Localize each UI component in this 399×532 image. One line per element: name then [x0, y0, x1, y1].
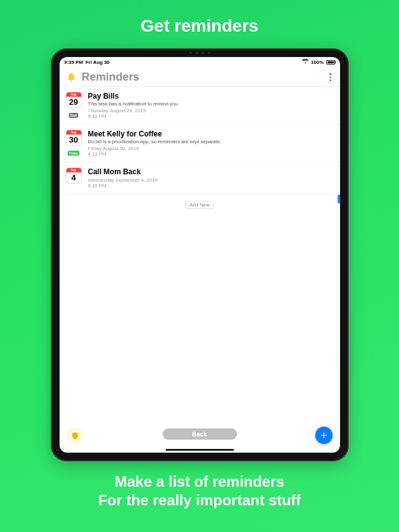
reminder-time: 4:13 PM: [88, 151, 334, 157]
calendar-month: Aug: [66, 130, 81, 135]
reminder-note: This task has a notification to remind y…: [88, 101, 334, 107]
reminder-list: Aug 29 Past Pay Bills This task has a no…: [60, 86, 340, 213]
more-menu-icon[interactable]: [327, 71, 334, 84]
calendar-month: Aug: [66, 92, 81, 97]
promo-line-1: Make a list of reminders: [98, 472, 301, 491]
reminder-title: Pay Bills: [88, 92, 334, 100]
reminder-time: 8:13 PM: [88, 183, 334, 188]
add-new-button[interactable]: Add New: [185, 201, 213, 209]
shield-icon: [71, 432, 79, 440]
add-button[interactable]: [315, 427, 333, 444]
battery-icon: [326, 60, 335, 64]
app-header: Reminders: [60, 67, 340, 86]
reminder-note: Do.list is a prioritization app, so remi…: [88, 139, 334, 144]
home-indicator[interactable]: [166, 449, 234, 451]
reminder-time: 9:13 PM: [88, 113, 334, 119]
status-time: 9:35 PM: [65, 60, 83, 65]
list-item[interactable]: Aug 30 Today Meet Kelly for Coffee Do.li…: [60, 125, 340, 162]
bottom-bar: Back: [60, 419, 340, 453]
list-item[interactable]: Aug 29 Past Pay Bills This task has a no…: [60, 87, 340, 125]
promo-tagline: Make a list of reminders For the really …: [98, 472, 301, 510]
list-item[interactable]: Sep 4 Call Mom Back Wednesday September …: [60, 162, 340, 194]
side-handle[interactable]: [338, 195, 340, 203]
date-tag: Today: [68, 151, 79, 156]
battery-percent: 100%: [311, 60, 323, 65]
reminder-date: Wednesday September 4, 2019: [88, 177, 334, 183]
calendar-day: 30: [66, 135, 81, 146]
calendar-month: Sep: [66, 168, 81, 172]
device-sensors: [51, 51, 349, 54]
calendar-icon: Sep 4: [66, 167, 82, 184]
shield-button[interactable]: [67, 428, 83, 444]
bell-icon: [66, 72, 77, 83]
reminder-date: Friday August 30, 2019: [88, 146, 334, 151]
screen: 9:35 PM Fri Aug 30 100% Reminders: [60, 57, 340, 453]
wifi-icon: [302, 59, 308, 65]
calendar-day: 4: [66, 172, 81, 184]
back-button[interactable]: Back: [163, 428, 237, 440]
reminder-title: Call Mom Back: [88, 167, 334, 176]
page-title: Reminders: [82, 71, 140, 84]
tablet-frame: 9:35 PM Fri Aug 30 100% Reminders: [51, 48, 349, 461]
promo-line-2: For the really important stuff: [98, 491, 301, 510]
calendar-day: 29: [66, 97, 81, 108]
plus-icon: [320, 431, 328, 440]
promo-headline: Get reminders: [141, 16, 259, 36]
reminder-date: Thursday August 29, 2019: [88, 108, 334, 113]
status-bar: 9:35 PM Fri Aug 30 100%: [60, 57, 340, 67]
calendar-icon: Aug 29: [66, 92, 82, 108]
calendar-icon: Aug 30: [66, 130, 82, 146]
reminder-title: Meet Kelly for Coffee: [88, 130, 334, 138]
status-date: Fri Aug 30: [86, 60, 110, 65]
date-tag: Past: [69, 113, 78, 118]
